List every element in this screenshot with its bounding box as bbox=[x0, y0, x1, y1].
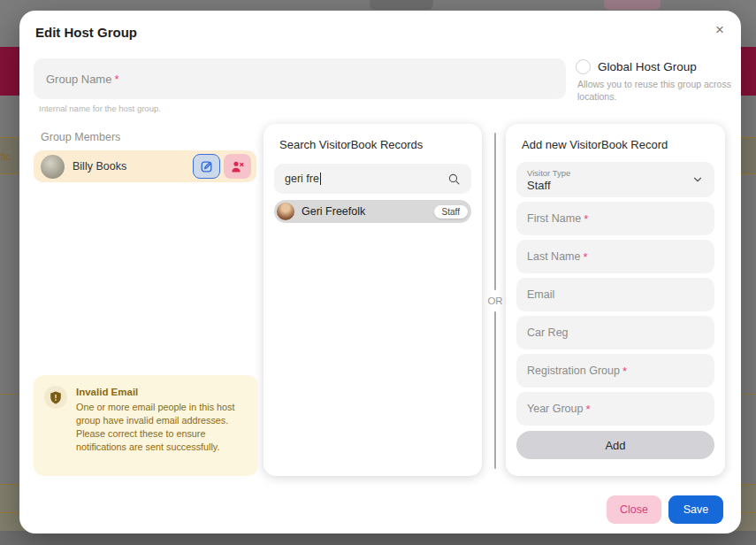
edit-host-group-modal: Edit Host Group × Group Name * Internal … bbox=[19, 11, 741, 533]
result-avatar bbox=[277, 203, 294, 220]
field-label: Registration Group bbox=[527, 365, 620, 377]
edit-pencil-icon bbox=[200, 160, 213, 173]
divider-line bbox=[494, 311, 496, 469]
modal-title: Edit Host Group bbox=[35, 25, 137, 40]
last-name-field[interactable]: Last Name * bbox=[516, 240, 714, 273]
visitor-type-label: Visitor Type bbox=[527, 168, 570, 178]
warning-body: One or more email people in this host gr… bbox=[76, 401, 249, 454]
global-host-group-checkbox[interactable] bbox=[576, 59, 591, 74]
search-query-text: geri fre bbox=[285, 173, 319, 185]
invalid-email-warning: Invalid Email One or more email people i… bbox=[34, 375, 258, 476]
required-asterisk: * bbox=[114, 73, 118, 86]
result-type-badge: Staff bbox=[434, 205, 468, 219]
car-reg-field[interactable]: Car Reg bbox=[516, 316, 714, 349]
warning-title: Invalid Email bbox=[76, 386, 249, 400]
person-remove-icon bbox=[231, 160, 245, 173]
visitor-type-select[interactable]: Visitor Type Staff bbox=[516, 162, 714, 197]
field-label: Year Group bbox=[527, 403, 583, 415]
add-button[interactable]: Add bbox=[516, 431, 714, 459]
group-name-placeholder: Group Name bbox=[46, 73, 111, 86]
search-panel-title: Search VisitorBook Records bbox=[263, 124, 482, 151]
text-caret bbox=[320, 173, 321, 185]
required-asterisk: * bbox=[584, 212, 588, 226]
first-name-field[interactable]: First Name * bbox=[516, 202, 714, 235]
field-label: Email bbox=[527, 288, 554, 301]
required-asterisk: * bbox=[622, 365, 627, 378]
group-name-input[interactable]: Group Name * bbox=[34, 58, 566, 99]
save-button[interactable]: Save bbox=[668, 495, 723, 524]
result-name: Geri Freefolk bbox=[302, 205, 365, 218]
member-avatar bbox=[41, 155, 65, 179]
or-label: OR bbox=[487, 290, 502, 311]
member-name: Billy Books bbox=[73, 160, 126, 173]
backdrop-text-fragment: ific bbox=[0, 151, 10, 162]
close-button[interactable]: Close bbox=[607, 495, 661, 524]
required-asterisk: * bbox=[583, 250, 587, 264]
backdrop-pink-button bbox=[604, 0, 661, 10]
field-label: First Name bbox=[527, 212, 581, 225]
global-host-group-label: Global Host Group bbox=[598, 60, 697, 73]
search-result-row[interactable]: Geri Freefolk Staff bbox=[274, 200, 471, 223]
email-field[interactable]: Email bbox=[516, 278, 714, 311]
edit-member-button[interactable] bbox=[193, 154, 220, 179]
chevron-down-icon bbox=[691, 173, 704, 186]
field-label: Car Reg bbox=[527, 326, 569, 339]
group-name-helper: Internal name for the host group. bbox=[39, 104, 161, 113]
backdrop-tab bbox=[370, 0, 433, 10]
search-icon bbox=[447, 173, 461, 186]
search-visitorbook-panel: Search VisitorBook Records geri fre Geri… bbox=[263, 124, 482, 476]
divider-line bbox=[494, 133, 496, 290]
global-host-group-section: Global Host Group Allows you to reuse th… bbox=[576, 59, 731, 103]
group-members-label: Group Members bbox=[41, 131, 120, 143]
remove-member-button[interactable] bbox=[224, 154, 251, 179]
global-host-group-helper: Allows you to reuse this group across lo… bbox=[577, 78, 731, 103]
add-panel-title: Add new VisitorBook Record bbox=[506, 124, 725, 151]
add-visitorbook-panel: Add new VisitorBook Record Visitor Type … bbox=[506, 124, 725, 476]
registration-group-field[interactable]: Registration Group * bbox=[516, 354, 714, 388]
search-input[interactable]: geri fre bbox=[274, 164, 471, 194]
close-icon[interactable]: × bbox=[709, 19, 730, 41]
or-divider: OR bbox=[489, 133, 501, 469]
member-row: Billy Books bbox=[34, 150, 256, 182]
warning-shield-icon bbox=[44, 386, 67, 409]
visitor-type-value: Staff bbox=[527, 179, 570, 192]
required-asterisk: * bbox=[585, 403, 590, 416]
field-label: Last Name bbox=[527, 250, 580, 263]
year-group-field[interactable]: Year Group * bbox=[516, 392, 714, 426]
